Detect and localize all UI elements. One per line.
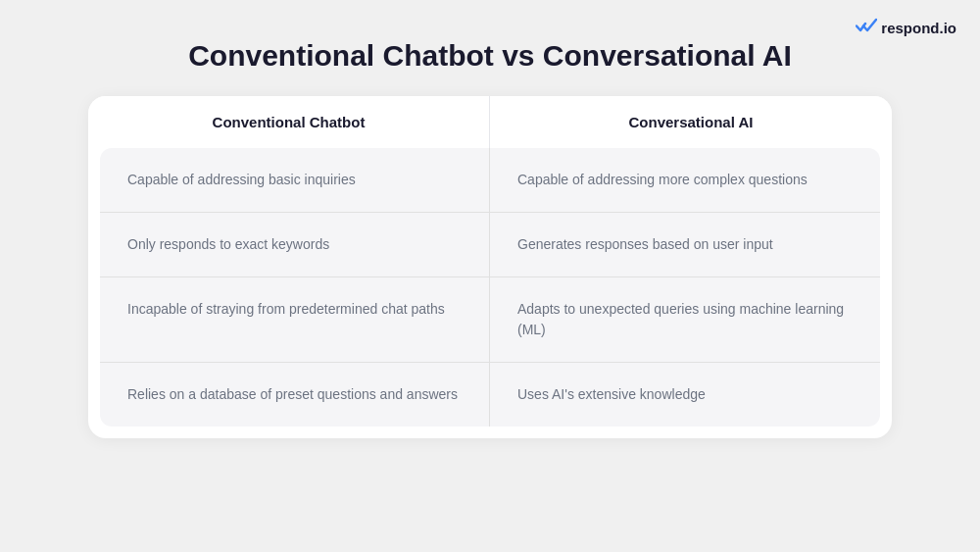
- row2-right: Generates responses based on user input: [490, 213, 880, 276]
- logo: respond.io: [856, 18, 956, 38]
- table-row: Incapable of straying from predetermined…: [100, 277, 880, 363]
- logo-text: respond.io: [881, 20, 956, 36]
- header-row: Conventional Chatbot Conversational AI: [88, 96, 892, 148]
- table-row: Capable of addressing basic inquiries Ca…: [100, 148, 880, 213]
- row2-left: Only responds to exact keywords: [100, 213, 490, 276]
- page-title: Conventional Chatbot vs Conversational A…: [188, 39, 792, 73]
- row1-right: Capable of addressing more complex quest…: [490, 148, 880, 212]
- header-conventional: Conventional Chatbot: [88, 96, 490, 148]
- row3-left: Incapable of straying from predetermined…: [100, 277, 490, 362]
- table-row: Relies on a database of preset questions…: [100, 363, 880, 427]
- content-area: Capable of addressing basic inquiries Ca…: [100, 148, 880, 427]
- logo-icon: [856, 18, 877, 38]
- table-row: Only responds to exact keywords Generate…: [100, 213, 880, 277]
- page-container: respond.io Conventional Chatbot vs Conve…: [0, 0, 980, 552]
- row4-right: Uses AI's extensive knowledge: [490, 363, 880, 427]
- row3-right: Adapts to unexpected queries using machi…: [490, 277, 880, 362]
- row1-left: Capable of addressing basic inquiries: [100, 148, 490, 212]
- comparison-card: Conventional Chatbot Conversational AI C…: [88, 96, 892, 438]
- header-ai: Conversational AI: [490, 96, 892, 148]
- row4-left: Relies on a database of preset questions…: [100, 363, 490, 427]
